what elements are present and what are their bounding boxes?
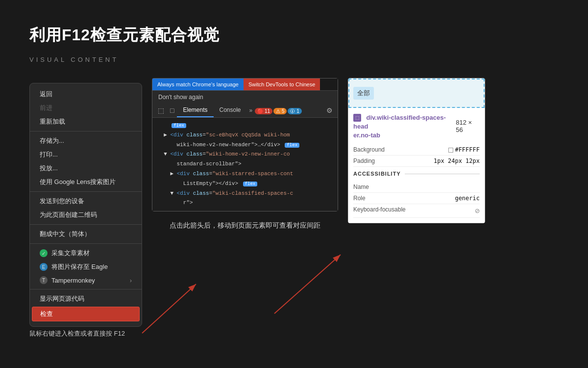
collect-icon: ✓ xyxy=(40,249,48,257)
html-line-1: flex xyxy=(157,121,333,131)
caption-bottom: 点击此箭头后，移动到页面元素即可查看对应间距 xyxy=(152,221,338,230)
devtools-panel: Always match Chrome's language Switch De… xyxy=(152,78,338,211)
devtools-html-panel: flex ▶ <div class="sc-eBhqvX cQqSda wiki… xyxy=(152,118,338,211)
menu-item-qr[interactable]: 为此页面创建二维码 xyxy=(30,208,142,222)
gear-icon[interactable]: ⚙ xyxy=(324,104,335,117)
badge-blue: 🛈 1 xyxy=(288,106,301,115)
role-label: Role xyxy=(353,195,366,202)
devtools-tabs-bar: ⬚ □ Elements Console » 🔴 11 ⚠ 5 🛈 1 ⚙ xyxy=(152,104,338,118)
background-label: Background xyxy=(353,146,385,153)
menu-item-lens[interactable]: 使用 Google Lens搜索图片 xyxy=(30,175,142,189)
html-line-5: standard-scrollbar"> xyxy=(157,159,333,169)
inspect-icon[interactable]: □ xyxy=(167,104,177,117)
padding-value: 1px 24px 12px xyxy=(434,158,480,164)
html-line-8: ▼ <div class="wiki-classified-spaces-c xyxy=(157,189,333,199)
role-value: generic xyxy=(455,195,480,202)
page: 利用F12检查元素配合视觉 VISUAL CONTENT 返回 前进 重新加载 … xyxy=(0,0,588,353)
devtools-dont-show[interactable]: Don't show again xyxy=(152,90,338,104)
tab-elements[interactable]: Elements xyxy=(177,104,213,117)
menu-divider-4 xyxy=(30,243,142,244)
background-value: #FFFFFF xyxy=(448,146,480,153)
prop-keyboard: Keyboard-focusable ⊘ xyxy=(353,204,480,218)
html-line-2: ▶ <div class="sc-eBhqvX cQqSda wiki-hom xyxy=(157,131,333,140)
keyboard-label: Keyboard-focusable xyxy=(353,206,406,215)
accessibility-props: Name Role generic Keyboard-focusable ⊘ xyxy=(353,182,480,218)
menu-item-cast[interactable]: 投放... xyxy=(30,161,142,175)
tab-console[interactable]: Console xyxy=(214,104,247,117)
html-line-7: ListEmpty"></div> flex xyxy=(157,179,333,189)
keyboard-value: ⊘ xyxy=(475,206,480,215)
inspector-element-row: ⬚ div.wiki-classified-spaces-header.no-t… xyxy=(353,113,480,139)
menu-item-collect[interactable]: ✓ 采集文章素材 xyxy=(30,246,142,260)
caption-left: 鼠标右键进入检查或者直接按 F12 xyxy=(29,329,142,338)
color-swatch[interactable] xyxy=(448,148,453,153)
badge-red: 🔴 11 xyxy=(255,106,272,115)
main-title: 利用F12检查元素配合视觉 xyxy=(29,25,559,46)
preview-label: 全部 xyxy=(353,87,374,100)
svg-line-1 xyxy=(142,284,196,333)
menu-item-reload[interactable]: 重新加载 xyxy=(30,115,142,129)
inspector-props: Background #FFFFFF Padding 1px 24px 12px xyxy=(353,144,480,167)
element-icon: ⬚ xyxy=(353,114,361,122)
section-label: VISUAL CONTENT xyxy=(29,56,559,63)
inspector-col: 全部 ⬚ div.wiki-classified-spaces-header.n… xyxy=(348,78,485,223)
context-menu-col: 返回 前进 重新加载 存储为... 打印... 投放... 使用 Google … xyxy=(29,78,142,338)
tamper-arrow: › xyxy=(130,277,132,284)
inspector-element-info: ⬚ div.wiki-classified-spaces-header.no-t… xyxy=(353,113,456,139)
context-menu-panel: 返回 前进 重新加载 存储为... 打印... 投放... 使用 Google … xyxy=(29,83,142,327)
more-tabs[interactable]: » xyxy=(247,105,255,116)
padding-label: Padding xyxy=(353,158,375,164)
badge-yellow: ⚠ 5 xyxy=(273,106,287,115)
html-line-9: r"> xyxy=(157,198,333,208)
name-label: Name xyxy=(353,184,369,190)
menu-item-inspect[interactable]: 检查 xyxy=(32,307,140,321)
menu-item-source[interactable]: 显示网页源代码 xyxy=(30,292,142,306)
tamper-icon: T xyxy=(40,276,48,284)
inspector-body: ⬚ div.wiki-classified-spaces-header.no-t… xyxy=(348,108,485,223)
menu-item-eagle[interactable]: E 将图片保存至 Eagle xyxy=(30,260,142,274)
btn-switch-chinese[interactable]: Switch DevTools to Chinese xyxy=(244,79,320,90)
accessibility-header: ACCESSIBILITY xyxy=(353,171,480,177)
content-area: 返回 前进 重新加载 存储为... 打印... 投放... 使用 Google … xyxy=(29,78,559,338)
btn-match-language[interactable]: Always match Chrome's language xyxy=(152,79,244,90)
tamper-label: Tampermonkey xyxy=(51,277,95,284)
html-line-3: wiki-home-v2-new-header">…</div> flex xyxy=(157,140,333,150)
menu-item-forward: 前进 xyxy=(30,101,142,115)
html-line-4: ▼ <div class="wiki-home-v2-new-inner-co xyxy=(157,150,333,159)
menu-item-tamper[interactable]: T Tampermonkey › xyxy=(30,274,142,287)
menu-item-print[interactable]: 打印... xyxy=(30,148,142,161)
inspector-preview: 全部 xyxy=(348,79,485,108)
menu-divider-1 xyxy=(30,131,142,131)
collect-label: 采集文章素材 xyxy=(51,249,90,258)
menu-divider-2 xyxy=(30,191,142,192)
menu-divider-5 xyxy=(30,289,142,289)
devtools-top-bar: Always match Chrome's language Switch De… xyxy=(152,79,338,90)
element-size: 812 × 56 xyxy=(456,119,480,133)
menu-item-back[interactable]: 返回 xyxy=(30,87,142,101)
menu-item-translate[interactable]: 翻成中文（简体） xyxy=(30,227,142,241)
svg-line-2 xyxy=(274,255,341,314)
eagle-label: 将图片保存至 Eagle xyxy=(51,263,108,271)
prop-background: Background #FFFFFF xyxy=(353,144,480,156)
menu-item-send[interactable]: 发送到您的设备 xyxy=(30,194,142,208)
devtools-col: Always match Chrome's language Switch De… xyxy=(152,78,338,230)
inspector-panel: 全部 ⬚ div.wiki-classified-spaces-header.n… xyxy=(348,78,485,223)
html-line-6: ▶ <div class="wiki-starred-spaces-cont xyxy=(157,169,333,179)
cursor-icon[interactable]: ⬚ xyxy=(155,104,167,117)
prop-role: Role generic xyxy=(353,193,480,204)
eagle-icon: E xyxy=(40,263,48,271)
prop-padding: Padding 1px 24px 12px xyxy=(353,156,480,167)
element-name: div.wiki-classified-spaces-header.no-tab xyxy=(353,114,446,139)
prop-name: Name xyxy=(353,182,480,193)
menu-item-save[interactable]: 存储为... xyxy=(30,134,142,148)
menu-divider-3 xyxy=(30,224,142,225)
